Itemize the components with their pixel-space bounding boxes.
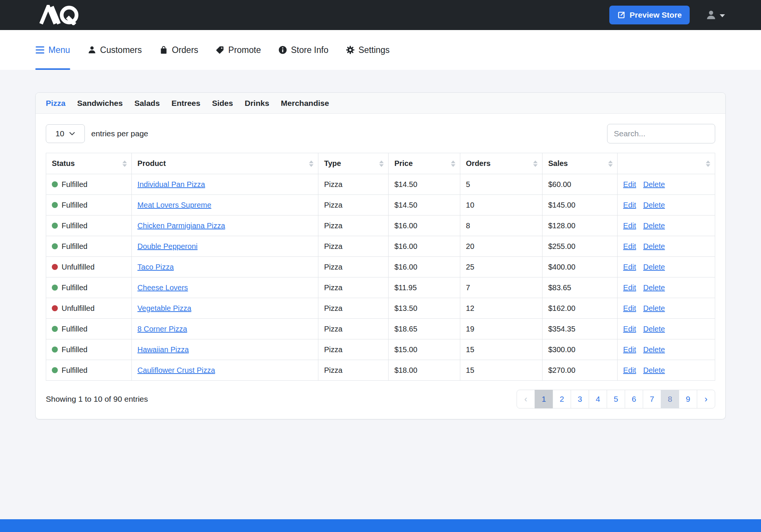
entries-per-page-label: entries per page [91,129,148,138]
edit-link[interactable]: Edit [623,283,636,292]
tab-sandwiches[interactable]: Sandwiches [77,99,123,108]
products-table: StatusProductTypePriceOrdersSales Fulfil… [46,153,715,381]
delete-link[interactable]: Delete [643,180,665,188]
pagination-page-8[interactable]: 8 [661,390,679,408]
column-header-product[interactable]: Product [132,153,318,174]
hamburger-icon [35,46,45,54]
showing-entries-text: Showing 1 to 10 of 90 entries [46,395,148,404]
column-label: Sales [548,159,568,167]
price-value: $14.50 [394,180,417,188]
delete-link[interactable]: Delete [643,304,665,312]
column-header-actions[interactable] [617,153,715,174]
pagination-page-7[interactable]: 7 [643,390,661,408]
price-value: $14.50 [394,201,417,209]
status-cell: Fulfilled [52,201,126,209]
pagination-page-1[interactable]: 1 [535,390,553,408]
pagination-page-3[interactable]: 3 [571,390,589,408]
table-footer: Showing 1 to 10 of 90 entries ‹123456789… [36,381,725,419]
status-cell: Fulfilled [52,180,126,189]
tab-merchandise[interactable]: Merchandise [281,99,329,108]
pagination-page-5[interactable]: 5 [607,390,625,408]
delete-link[interactable]: Delete [643,201,665,209]
product-link[interactable]: Hawaiian Pizza [137,345,189,354]
products-table-wrap: StatusProductTypePriceOrdersSales Fulfil… [36,153,725,381]
pagination-page-4[interactable]: 4 [589,390,607,408]
edit-link[interactable]: Edit [623,304,636,312]
delete-link[interactable]: Delete [643,222,665,230]
pagination-page-6[interactable]: 6 [625,390,643,408]
status-cell: Unfulfilled [52,263,126,271]
status-label: Fulfilled [62,180,87,189]
table-row: Fulfilled Double Pepperoni Pizza $16.00 … [46,236,715,257]
edit-link[interactable]: Edit [623,366,636,374]
category-tabs: PizzaSandwichesSaladsEntreesSidesDrinksM… [36,93,725,114]
product-link[interactable]: Cheese Lovers [137,283,188,292]
column-header-orders[interactable]: Orders [460,153,542,174]
nav-item-customers[interactable]: Customers [87,30,142,70]
nav-item-settings[interactable]: Settings [346,30,390,70]
tab-salads[interactable]: Salads [134,99,160,108]
pagination-page-2[interactable]: 2 [553,390,571,408]
nav-label: Orders [172,45,198,55]
product-link[interactable]: Chicken Parmigiana Pizza [137,222,225,230]
product-link[interactable]: Cauliflower Crust Pizza [137,366,215,374]
pagination-next-button[interactable]: › [697,390,715,408]
search-input[interactable] [607,124,715,143]
edit-link[interactable]: Edit [623,222,636,230]
nav-item-menu[interactable]: Menu [35,30,70,70]
status-dot-icon [52,243,58,249]
edit-link[interactable]: Edit [623,242,636,250]
product-link[interactable]: Meat Lovers Supreme [137,201,211,209]
edit-link[interactable]: Edit [623,345,636,354]
orders-value: 25 [466,263,474,271]
delete-link[interactable]: Delete [643,242,665,250]
delete-link[interactable]: Delete [643,366,665,374]
product-link[interactable]: Taco Pizza [137,263,174,271]
column-header-type[interactable]: Type [318,153,389,174]
column-header-sales[interactable]: Sales [542,153,618,174]
edit-link[interactable]: Edit [623,201,636,209]
delete-link[interactable]: Delete [643,325,665,333]
column-label: Status [52,159,75,167]
tab-sides[interactable]: Sides [212,99,233,108]
column-header-price[interactable]: Price [389,153,460,174]
tab-drinks[interactable]: Drinks [245,99,269,108]
pagination-prev-button[interactable]: ‹ [517,390,535,408]
delete-link[interactable]: Delete [643,345,665,354]
brand-logo[interactable] [33,5,86,25]
sales-value: $255.00 [548,242,575,250]
nav-item-promote[interactable]: Promote [215,30,261,70]
edit-link[interactable]: Edit [623,263,636,271]
edit-link[interactable]: Edit [623,325,636,333]
preview-store-button[interactable]: Preview Store [609,6,690,24]
tab-entrees[interactable]: Entrees [172,99,200,108]
status-cell: Fulfilled [52,283,126,292]
product-link[interactable]: Individual Pan Pizza [137,180,205,188]
product-link[interactable]: 8 Corner Pizza [137,325,187,333]
sales-value: $162.00 [548,304,575,312]
edit-link[interactable]: Edit [623,180,636,188]
tab-pizza[interactable]: Pizza [46,99,66,108]
orders-value: 20 [466,242,474,250]
sales-value: $270.00 [548,366,575,374]
column-header-status[interactable]: Status [46,153,132,174]
table-row: Fulfilled Meat Lovers Supreme Pizza $14.… [46,195,715,216]
nav-item-store-info[interactable]: Store Info [278,30,329,70]
status-label: Fulfilled [62,242,87,251]
sales-value: $145.00 [548,201,575,209]
delete-link[interactable]: Delete [643,263,665,271]
type-value: Pizza [324,180,342,188]
table-row: Fulfilled Chicken Parmigiana Pizza Pizza… [46,216,715,236]
user-avatar-icon [705,9,717,21]
type-value: Pizza [324,242,342,250]
delete-link[interactable]: Delete [643,283,665,292]
user-account-menu[interactable] [705,9,725,21]
product-link[interactable]: Double Pepperoni [137,242,197,250]
main-content: PizzaSandwichesSaladsEntreesSidesDrinksM… [0,70,761,419]
column-label: Price [394,159,413,167]
pagination-page-9[interactable]: 9 [679,390,697,408]
entries-per-page-select[interactable]: 10 [46,124,85,143]
sort-arrows-icon [533,160,538,167]
nav-item-orders[interactable]: Orders [159,30,198,70]
product-link[interactable]: Vegetable Pizza [137,304,191,312]
